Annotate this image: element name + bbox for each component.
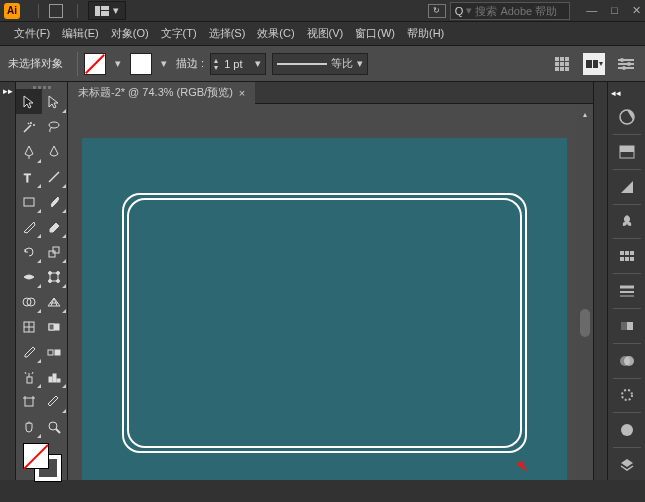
svg-rect-42 bbox=[53, 374, 56, 382]
document-tabs: 未标题-2* @ 74.3% (RGB/预览) × bbox=[68, 82, 593, 104]
line-segment-tool[interactable] bbox=[42, 164, 68, 189]
scale-tool[interactable] bbox=[42, 239, 68, 264]
document-tab[interactable]: 未标题-2* @ 74.3% (RGB/预览) × bbox=[68, 82, 255, 104]
svg-point-18 bbox=[627, 62, 631, 66]
rounded-rect-inner[interactable] bbox=[127, 198, 522, 448]
svg-rect-6 bbox=[555, 62, 559, 66]
type-tool[interactable]: T bbox=[16, 164, 42, 189]
eyedropper-tool[interactable] bbox=[16, 339, 42, 364]
close-button[interactable]: ✕ bbox=[632, 4, 641, 17]
scroll-up-icon[interactable]: ▴ bbox=[583, 110, 587, 119]
svg-rect-53 bbox=[620, 146, 634, 152]
stepper-down-icon[interactable]: ▾ bbox=[214, 64, 218, 71]
align-panel-icon[interactable] bbox=[551, 53, 573, 75]
svg-rect-7 bbox=[560, 62, 564, 66]
canvas[interactable]: ▴ bbox=[68, 104, 593, 480]
rectangle-tool[interactable] bbox=[16, 189, 42, 214]
search-input[interactable] bbox=[475, 5, 565, 17]
fill-swatch[interactable] bbox=[84, 53, 106, 75]
magic-wand-tool[interactable] bbox=[16, 114, 42, 139]
symbol-sprayer-tool[interactable] bbox=[16, 364, 42, 389]
search-adobe-help[interactable]: Q ▾ bbox=[450, 2, 571, 20]
stroke-weight-value[interactable] bbox=[221, 58, 251, 70]
menu-view[interactable]: 视图(V) bbox=[301, 26, 350, 41]
curvature-tool[interactable] bbox=[42, 139, 68, 164]
zoom-tool[interactable] bbox=[42, 414, 68, 439]
svg-rect-1 bbox=[101, 6, 109, 10]
width-tool[interactable] bbox=[16, 264, 42, 289]
svg-rect-23 bbox=[24, 198, 34, 206]
direct-selection-tool[interactable] bbox=[42, 89, 68, 114]
expand-panels-icon[interactable]: ◂◂ bbox=[608, 88, 621, 98]
stroke-panel-icon[interactable] bbox=[608, 276, 646, 306]
vertical-scrollbar[interactable]: ▴ bbox=[577, 104, 593, 480]
svg-rect-59 bbox=[630, 257, 634, 261]
fill-dropdown[interactable]: ▾ bbox=[112, 54, 124, 74]
appearance-panel-icon[interactable] bbox=[608, 380, 646, 410]
tab-title: 未标题-2* @ 74.3% (RGB/预览) bbox=[78, 85, 233, 100]
svg-point-17 bbox=[620, 58, 624, 62]
color-panel-icon[interactable] bbox=[608, 102, 646, 132]
selection-status: 未选择对象 bbox=[8, 56, 63, 71]
fill-stroke-colors[interactable] bbox=[16, 439, 67, 481]
transform-panel-icon[interactable]: ▾ bbox=[583, 53, 605, 75]
graphic-styles-panel-icon[interactable] bbox=[608, 415, 646, 445]
color-guide-panel-icon[interactable] bbox=[608, 172, 646, 202]
divider bbox=[38, 4, 39, 18]
artboard-tool[interactable] bbox=[16, 389, 42, 414]
artboard[interactable] bbox=[82, 138, 567, 480]
chevron-down-icon[interactable]: ▾ bbox=[357, 57, 363, 70]
layers-panel-icon[interactable] bbox=[608, 450, 646, 480]
scrollbar-thumb[interactable] bbox=[580, 309, 590, 337]
close-tab-icon[interactable]: × bbox=[239, 87, 245, 99]
menu-file[interactable]: 文件(F) bbox=[8, 26, 56, 41]
gradient-panel-icon[interactable] bbox=[608, 311, 646, 341]
expand-panels-icon[interactable]: ▸▸ bbox=[3, 86, 13, 96]
svg-rect-43 bbox=[57, 379, 60, 382]
eraser-tool[interactable] bbox=[42, 214, 68, 239]
preferences-icon[interactable] bbox=[615, 53, 637, 75]
menu-edit[interactable]: 编辑(E) bbox=[56, 26, 105, 41]
slice-tool[interactable] bbox=[42, 389, 68, 414]
paintbrush-tool[interactable] bbox=[42, 189, 68, 214]
menu-window[interactable]: 窗口(W) bbox=[349, 26, 401, 41]
stroke-dropdown[interactable]: ▾ bbox=[158, 54, 170, 74]
chevron-down-icon[interactable]: ▾ bbox=[251, 57, 265, 70]
maximize-button[interactable]: □ bbox=[611, 4, 618, 17]
svg-rect-0 bbox=[95, 6, 100, 16]
svg-rect-4 bbox=[560, 57, 564, 61]
menu-effect[interactable]: 效果(C) bbox=[251, 26, 300, 41]
svg-line-22 bbox=[49, 172, 59, 182]
svg-rect-39 bbox=[55, 350, 60, 355]
menu-object[interactable]: 对象(O) bbox=[105, 26, 155, 41]
gradient-tool[interactable] bbox=[42, 314, 68, 339]
workspace-switcher[interactable]: ▾ bbox=[88, 1, 126, 20]
sync-icon[interactable]: ↻ bbox=[428, 4, 446, 18]
lasso-tool[interactable] bbox=[42, 114, 68, 139]
pen-tool[interactable] bbox=[16, 139, 42, 164]
minimize-button[interactable]: — bbox=[586, 4, 597, 17]
column-graph-tool[interactable] bbox=[42, 364, 68, 389]
shaper-tool[interactable] bbox=[16, 214, 42, 239]
stroke-profile[interactable]: 等比 ▾ bbox=[272, 53, 368, 75]
right-panel-strip bbox=[593, 82, 607, 480]
menu-help[interactable]: 帮助(H) bbox=[401, 26, 450, 41]
menu-select[interactable]: 选择(S) bbox=[203, 26, 252, 41]
stroke-swatch[interactable] bbox=[130, 53, 152, 75]
transparency-panel-icon[interactable] bbox=[608, 346, 646, 376]
symbols-panel-icon[interactable] bbox=[608, 206, 646, 236]
rotate-tool[interactable] bbox=[16, 239, 42, 264]
blend-tool[interactable] bbox=[42, 339, 68, 364]
menu-type[interactable]: 文字(T) bbox=[155, 26, 203, 41]
stroke-weight-input[interactable]: ▴▾ ▾ bbox=[210, 53, 266, 75]
selection-tool[interactable] bbox=[16, 89, 42, 114]
perspective-grid-tool[interactable] bbox=[42, 289, 68, 314]
hand-tool[interactable] bbox=[16, 414, 42, 439]
fill-color-box[interactable] bbox=[23, 443, 49, 469]
mesh-tool[interactable] bbox=[16, 314, 42, 339]
brushes-panel-icon[interactable] bbox=[608, 241, 646, 271]
free-transform-tool[interactable] bbox=[42, 264, 68, 289]
bridge-icon[interactable] bbox=[49, 4, 63, 18]
shape-builder-tool[interactable] bbox=[16, 289, 42, 314]
swatches-panel-icon[interactable] bbox=[608, 137, 646, 167]
